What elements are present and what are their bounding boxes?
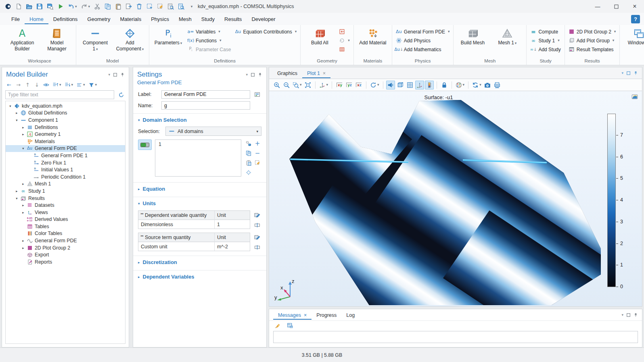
qat-save-preview-button[interactable] (46, 2, 54, 10)
panel-menu-icon[interactable]: ▾ (621, 313, 623, 317)
tree-item-derived-values[interactable]: 8.85e-12Derived Values (6, 216, 125, 223)
zoom-out-button[interactable] (282, 81, 291, 89)
tab-messages[interactable]: Messages× (273, 310, 312, 320)
paste-selection-button[interactable] (245, 159, 253, 167)
active-toggle-button[interactable] (138, 139, 152, 150)
ribbon-windows-button[interactable]: Windows▾ (623, 27, 644, 46)
ribbon-application-builder-button[interactable]: AApplication Builder (7, 27, 38, 52)
color-palette-button[interactable]: ▾ (455, 81, 466, 89)
section-equation[interactable]: ▸ Equation (133, 182, 266, 194)
change-unit-button[interactable] (253, 243, 261, 252)
menu-home[interactable]: Home (25, 14, 48, 24)
menu-file[interactable]: File (6, 14, 25, 24)
qat-copy-button[interactable] (104, 2, 112, 10)
tree-item-reports[interactable]: Reports (6, 258, 125, 266)
chevron-closed-icon[interactable]: ▸ (14, 111, 20, 115)
chevron-closed-icon[interactable]: ▸ (20, 203, 26, 207)
panel-pin-icon[interactable] (120, 73, 125, 77)
qat-comsol-logo-button[interactable] (4, 2, 12, 10)
messages-log-area[interactable] (273, 331, 638, 343)
chevron-closed-icon[interactable]: ▸ (20, 182, 26, 186)
lock-button[interactable] (440, 81, 449, 89)
ribbon-component-1-button[interactable]: Component 1▾ (80, 27, 111, 52)
tree-item-kdv-equation-mph[interactable]: ▾kdv_equation.mph (6, 102, 125, 110)
panel-float-icon[interactable] (626, 71, 631, 75)
tree-item-geometry-1[interactable]: ▸AGeometry 1 (6, 131, 125, 138)
ribbon-variables-button[interactable]: a=Variables▾ (188, 28, 231, 35)
menu-mesh[interactable]: Mesh (174, 14, 197, 24)
ribbon-build-all-button[interactable]: Build All (304, 27, 335, 46)
menu-results[interactable]: Results (220, 14, 247, 24)
nav-forward-button[interactable]: → (15, 82, 21, 88)
close-icon[interactable]: × (323, 71, 326, 76)
ribbon-add-plot-group-button[interactable]: Add Plot Group▾ (569, 37, 616, 44)
copy-selection-button[interactable] (245, 149, 253, 157)
view-yz-button[interactable]: yz (345, 81, 353, 89)
collapse-all-button[interactable]: ▾ (65, 82, 73, 88)
close-icon[interactable]: × (304, 312, 307, 318)
name-field[interactable] (161, 101, 250, 110)
panel-pin-icon[interactable] (258, 73, 262, 77)
qat-paste-button[interactable] (114, 2, 122, 10)
rotate-button[interactable]: ▾ (369, 81, 380, 89)
section-discretization[interactable]: ▸ Discretization (133, 256, 266, 268)
ribbon-import-geometry-button[interactable] (339, 28, 350, 35)
maximize-button[interactable] (607, 0, 625, 13)
clear-messages-button[interactable] (273, 321, 282, 330)
tree-item-export[interactable]: Export (6, 251, 125, 258)
zoom-selection-button[interactable] (245, 169, 253, 177)
menu-physics[interactable]: Physics (146, 14, 174, 24)
tree-item-views[interactable]: ▸Views (6, 209, 125, 216)
edit-quantity-button[interactable] (253, 233, 261, 241)
chevron-open-icon[interactable]: ▾ (7, 104, 13, 108)
menu-study[interactable]: Study (197, 14, 220, 24)
qat-select-box-button[interactable] (146, 2, 154, 10)
ribbon-add-mathematics-button[interactable]: Δu↓Add Mathematics (396, 46, 450, 53)
zoom-extents-button[interactable] (303, 81, 312, 89)
remove-minus-button[interactable]: − (253, 149, 261, 157)
move-down-button[interactable]: ↓ (34, 82, 40, 88)
chevron-open-icon[interactable]: ▾ (20, 146, 26, 150)
ribbon-result-templates-button[interactable]: Result Templates (569, 46, 616, 53)
zoom-box-button[interactable]: ▾ (292, 81, 303, 89)
tree-item-datasets[interactable]: ▸Datasets (6, 202, 125, 209)
ribbon-add-physics-button[interactable]: Add Physics (396, 37, 450, 44)
tree-item-tables[interactable]: Tables (6, 223, 125, 230)
help-button[interactable]: ? (631, 15, 640, 23)
table-row[interactable]: Custom unit m^-2 (138, 242, 250, 251)
table-settings-button[interactable] (285, 321, 294, 330)
tab-log[interactable]: Log (341, 310, 360, 320)
menu-materials[interactable]: Materials (115, 14, 146, 24)
section-dependent-variables[interactable]: ▸ Dependent Variables (133, 270, 266, 282)
rename-button[interactable] (253, 90, 261, 99)
tree-item-general-form-pde[interactable]: ▸General Form PDE (6, 237, 125, 244)
edit-quantity-button[interactable] (253, 210, 261, 219)
panel-float-icon[interactable] (626, 313, 631, 317)
qat-undo-button[interactable]: ▾ (67, 2, 78, 10)
ribbon-build-mesh-button[interactable]: Build Mesh (457, 27, 488, 46)
chevron-closed-icon[interactable]: ▸ (14, 189, 20, 193)
menu-definitions[interactable]: Definitions (48, 14, 83, 24)
plot-thumbnail-icon[interactable] (631, 94, 639, 100)
qat-run-button[interactable] (56, 2, 65, 10)
panel-pin-icon[interactable] (634, 313, 638, 317)
qat-redo-button[interactable]: ▾ (80, 2, 91, 10)
scene-light-button[interactable] (386, 81, 395, 89)
minimize-button[interactable]: — (588, 0, 607, 13)
clear-sel-button[interactable] (253, 159, 261, 167)
panel-menu-icon[interactable]: ▾ (108, 73, 110, 77)
tree-item-global-definitions[interactable]: ▸Global Definitions (6, 110, 125, 117)
chevron-closed-icon[interactable]: ▸ (20, 125, 26, 129)
chevron-closed-icon[interactable]: ▸ (20, 210, 26, 214)
go-to-view-button[interactable]: ▾ (318, 81, 329, 89)
tree-item-mesh-1[interactable]: ▸Mesh 1 (6, 181, 125, 188)
chevron-closed-icon[interactable]: ▸ (20, 132, 26, 136)
tree-item-study-1[interactable]: ▸∞Study 1 (6, 187, 125, 195)
ribbon-general-form-pde-button[interactable]: ΔuGeneral Form PDE▾ (396, 28, 450, 35)
view-xy-button[interactable]: xy (335, 81, 344, 89)
chevron-closed-icon[interactable]: ▸ (20, 246, 26, 250)
section-units[interactable]: ▾ Units (133, 197, 266, 209)
ribbon-study-1-button[interactable]: ∞Study 1▾ (530, 37, 560, 44)
panel-menu-icon[interactable]: ▾ (621, 71, 623, 75)
qat-save-button[interactable] (36, 2, 44, 10)
